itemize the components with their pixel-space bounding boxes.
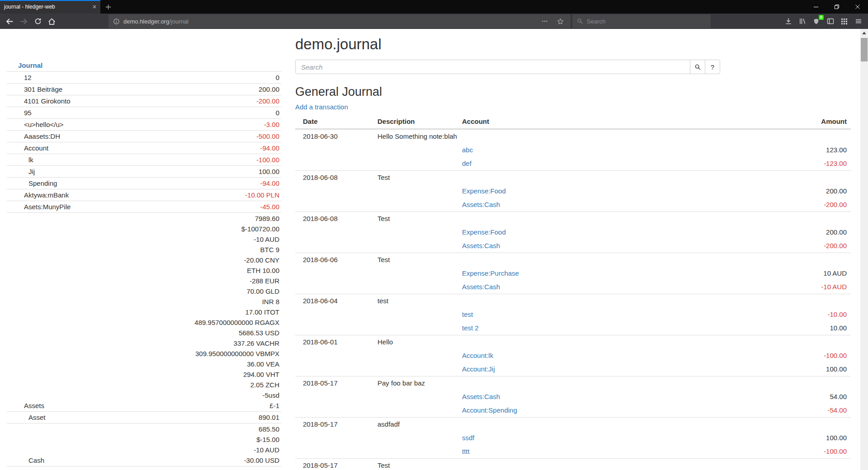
reload-button[interactable] [31, 15, 45, 28]
forward-button[interactable] [17, 15, 31, 28]
sidebar-account-row[interactable]: Cash 685.50$-15.00-10 AUD-30.00 USD [7, 423, 281, 466]
posting-amount: 54.00 [830, 393, 847, 401]
account-name[interactable]: 12 [9, 72, 32, 83]
posting-account-link[interactable]: test 2 [462, 324, 479, 332]
account-name[interactable]: Spending [9, 178, 57, 188]
sidebar-account-row[interactable]: Assets 7989.60$-100720.00-10 AUDBTC 9-20… [7, 212, 281, 411]
scrollbar-thumb[interactable] [861, 38, 868, 61]
transaction-rows: 2018-06-30 Hello Something note:blah abc… [295, 129, 851, 470]
posting-account-link[interactable]: def [462, 160, 472, 168]
sidebar-account-row[interactable]: Aktywa:mBank -10.00 PLN [7, 189, 281, 201]
posting-account-link[interactable]: ssdf [462, 434, 475, 442]
transaction-row[interactable]: 2018-05-17 Pay foo bar baz [295, 376, 851, 390]
search-help-button[interactable]: ? [705, 60, 720, 74]
window-restore-button[interactable] [826, 0, 847, 14]
posting-account-link[interactable]: Expense:Purchase [462, 269, 519, 277]
sidebar-account-row[interactable]: -117.00 [7, 466, 281, 470]
back-button[interactable] [3, 15, 17, 28]
browser-search-input[interactable] [587, 18, 706, 25]
account-name[interactable]: Aktywa:mBank [9, 190, 69, 200]
bookmark-star-icon[interactable] [554, 15, 566, 28]
account-name[interactable]: Assets [9, 400, 44, 411]
apps-grid-icon[interactable] [837, 15, 851, 28]
sidebar-account-row[interactable]: <u>hello</u> -3.00 [7, 118, 281, 130]
sidebar-account-row[interactable]: 95 0 [7, 107, 281, 118]
sidebar-journal-link[interactable]: Journal [7, 59, 281, 71]
extension-icon[interactable]: 0 [809, 15, 823, 28]
account-name[interactable]: 4101 Girokonto [9, 96, 71, 106]
account-name[interactable]: lk [9, 155, 33, 165]
posting-account-link[interactable]: Account:Spending [462, 406, 517, 414]
posting-account-link[interactable]: Account:Jij [462, 365, 495, 373]
balance-amount: 5686.53 USD [194, 328, 279, 338]
window-close-button[interactable] [847, 0, 868, 14]
account-name[interactable]: 95 [9, 108, 32, 118]
sidebar-account-row[interactable]: lk -100.00 [7, 154, 281, 165]
posting-account-link[interactable]: Assets:Cash [462, 201, 500, 209]
account-name[interactable]: Asset [9, 412, 46, 423]
journal-search-input[interactable] [295, 60, 690, 74]
account-balance: -94.00 [260, 178, 279, 188]
transaction-row[interactable]: 2018-06-08 Test [295, 212, 851, 226]
sidebar-account-row[interactable]: Aaasets:DH -500.00 [7, 130, 281, 142]
posting-account-link[interactable]: Expense:Food [462, 228, 506, 236]
sidebar-account-row[interactable]: Jij 100.00 [7, 165, 281, 177]
transaction-date: 2018-06-08 [303, 215, 377, 223]
account-balance: -200.00 [256, 96, 279, 106]
account-name[interactable]: Asets:MunyPile [9, 202, 71, 212]
sidebar-account-row[interactable]: Spending -94.00 [7, 177, 281, 189]
account-name[interactable]: Account [9, 143, 48, 153]
account-name[interactable]: Jij [9, 166, 35, 177]
balance-amount: -500.00 [256, 131, 279, 141]
posting-amount: 123.00 [826, 146, 847, 154]
transaction-row[interactable]: 2018-06-06 Test [295, 253, 851, 267]
journal-search-button[interactable] [690, 60, 705, 74]
account-name[interactable]: <u>hello</u> [9, 119, 64, 130]
transaction-row[interactable]: 2018-05-17 asdfadf [295, 417, 851, 431]
new-tab-button[interactable] [100, 0, 116, 14]
scrollbar-up-arrow[interactable] [860, 29, 868, 37]
posting-account-link[interactable]: Assets:Cash [462, 283, 500, 291]
posting-account-link[interactable]: Expense:Food [462, 187, 506, 195]
posting-account-link[interactable]: Assets:Cash [462, 242, 500, 250]
sidebar-account-row[interactable]: Asset 890.01 [7, 411, 281, 423]
page-actions-icon[interactable] [539, 15, 551, 28]
sidebar-toggle-icon[interactable] [823, 15, 837, 28]
search-icon [577, 18, 583, 24]
sidebar-account-row[interactable]: Account -94.00 [7, 142, 281, 154]
window-minimize-button[interactable] [806, 0, 826, 14]
sidebar-account-row[interactable]: 12 0 [7, 71, 281, 83]
menu-hamburger-icon[interactable] [851, 15, 865, 28]
transaction-row[interactable]: 2018-06-01 Hello [295, 335, 851, 349]
sidebar-account-row[interactable]: 301 Beiträge 200.00 [7, 83, 281, 95]
browser-search-bar[interactable] [572, 14, 711, 28]
transaction-row[interactable]: 2018-05-17 Test [295, 458, 851, 470]
site-info-icon[interactable] [113, 18, 120, 25]
posting-account-link[interactable]: Account:lk [462, 352, 493, 360]
account-name[interactable]: 301 Beiträge [9, 84, 62, 94]
library-icon[interactable] [795, 15, 809, 28]
downloads-icon[interactable] [781, 15, 795, 28]
transaction-row[interactable]: 2018-06-08 Test [295, 170, 851, 184]
window-controls [806, 0, 868, 14]
posting-account-link[interactable]: abc [462, 146, 473, 154]
sidebar-account-row[interactable]: Asets:MunyPile -45.00 [7, 201, 281, 212]
url-text: demo.hledger.org/journal [123, 18, 535, 25]
page-scrollbar[interactable] [860, 29, 868, 470]
posting-amount: 200.00 [826, 228, 847, 236]
account-name[interactable]: Aaasets:DH [9, 131, 60, 141]
posting-account-link[interactable]: tttt [462, 447, 470, 456]
browser-tab[interactable]: journal - hledger-web [0, 0, 100, 14]
add-transaction-link[interactable]: Add a transaction [295, 103, 348, 111]
posting-account-link[interactable]: test [462, 310, 473, 319]
balance-amount: 685.50 [244, 424, 279, 434]
transaction-row[interactable]: 2018-06-30 Hello Something note:blah [295, 129, 851, 143]
home-button[interactable] [45, 15, 59, 28]
url-bar[interactable]: demo.hledger.org/journal [108, 14, 571, 28]
account-name[interactable]: Cash [9, 455, 44, 465]
posting-amount: -123.00 [824, 160, 847, 168]
sidebar-account-row[interactable]: 4101 Girokonto -200.00 [7, 95, 281, 107]
tab-close-icon[interactable] [93, 5, 96, 9]
posting-account-link[interactable]: Assets:Cash [462, 393, 500, 401]
transaction-row[interactable]: 2018-06-04 test [295, 294, 851, 308]
